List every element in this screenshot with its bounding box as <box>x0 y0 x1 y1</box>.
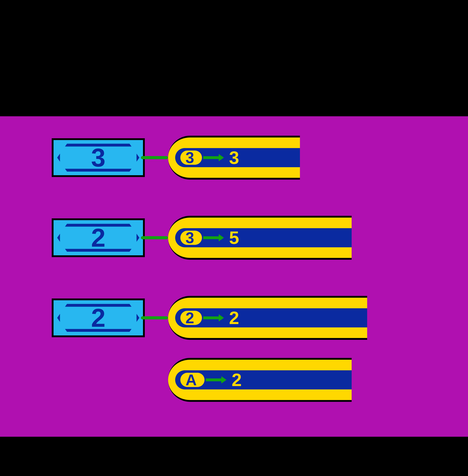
blue-pentagon: 3 <box>52 138 145 177</box>
blue-label: 2 <box>91 303 105 333</box>
green-connector <box>141 236 168 239</box>
blue-pentagon: 2 <box>52 218 145 257</box>
yellow-text: 3 <box>229 147 239 168</box>
blue-pentagon: 2 <box>52 298 145 337</box>
yellow-tag: 3 <box>180 151 202 165</box>
blue-label: 3 <box>91 143 105 172</box>
green-connector <box>141 316 168 319</box>
diagram-row: 235 <box>0 212 468 264</box>
yellow-inner-bar: 33 <box>175 148 300 167</box>
yellow-capsule: 22 <box>168 296 367 340</box>
yellow-inner-bar: A2 <box>175 370 352 390</box>
yellow-text: 2 <box>232 369 242 390</box>
diagram-row: 222 <box>0 292 468 344</box>
arrow-right-icon <box>203 314 224 322</box>
diagram-row: A2 <box>0 354 468 406</box>
green-connector <box>141 156 168 159</box>
yellow-capsule: A2 <box>168 358 352 402</box>
arrow-right-icon <box>206 376 226 383</box>
yellow-inner-bar: 22 <box>175 308 367 327</box>
arrow-right-icon <box>203 154 224 161</box>
yellow-tag: A <box>180 373 205 387</box>
arrow-right-icon <box>203 234 224 241</box>
yellow-tag: 2 <box>180 311 202 325</box>
blue-label: 2 <box>91 223 105 252</box>
yellow-capsule: 35 <box>168 216 352 260</box>
yellow-inner-bar: 35 <box>175 228 352 247</box>
yellow-text: 2 <box>229 307 239 328</box>
yellow-tag: 3 <box>180 231 202 245</box>
diagram-row: 333 <box>0 132 468 183</box>
yellow-text: 5 <box>229 227 239 248</box>
yellow-capsule: 33 <box>168 136 300 180</box>
